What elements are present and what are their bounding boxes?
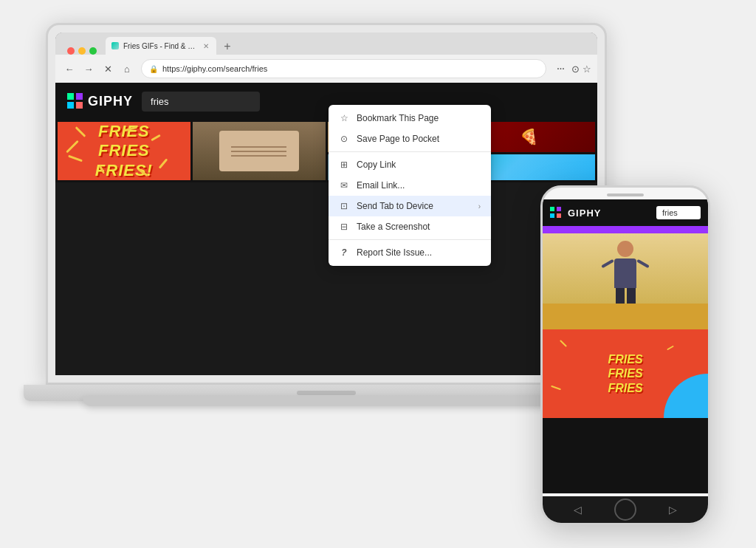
back-button[interactable]: ← <box>61 61 78 77</box>
giphy-logo-text: GIPHY <box>88 94 133 109</box>
phone-gif-fries-man <box>543 233 708 329</box>
man-arm-left <box>601 259 614 268</box>
menu-item-send-tab[interactable]: ⊡ Send Tab to Device › <box>329 196 491 216</box>
bookmark-button[interactable]: ☆ <box>583 64 591 75</box>
phone-nav-menu[interactable]: ▷ <box>669 504 677 516</box>
report-icon: ? <box>339 247 349 258</box>
reload-button[interactable]: ✕ <box>100 61 116 77</box>
copy-link-icon: ⊞ <box>339 160 349 170</box>
box-line-3 <box>231 155 286 157</box>
giphy-icon-tl <box>67 93 74 100</box>
browser-nav-bar: ← → ✕ ⌂ 🔒 https://giphy.com/search/fries… <box>55 55 597 83</box>
fries-word-2: FRIES <box>95 141 153 160</box>
phone-icon-br <box>557 213 561 218</box>
new-tab-button[interactable]: + <box>219 38 236 55</box>
laptop-stand <box>83 396 570 406</box>
menu-item-pocket[interactable]: ⊙ Save Page to Pocket <box>329 129 491 149</box>
phone-giphy-text: GIPHY <box>568 208 601 219</box>
fries-word-1: FRIES <box>95 122 153 141</box>
menu-item-screenshot[interactable]: ⊟ Take a Screenshot <box>329 216 491 237</box>
ssl-icon: 🔒 <box>149 65 158 73</box>
tab-favicon <box>111 42 119 49</box>
menu-item-bookmark[interactable]: ☆ Bookmark This Page <box>329 108 491 129</box>
phone-fries-word-1: FRIES <box>608 352 642 366</box>
copy-link-label: Copy Link <box>357 160 396 170</box>
phone-search-text: fries <box>662 208 678 217</box>
browser-tabs-bar: Fries GIFs - Find & Share on Gi... ✕ + <box>55 32 597 55</box>
phone-home-button[interactable] <box>614 499 636 521</box>
pocket-menu-icon: ⊙ <box>339 134 349 144</box>
report-label: Report Site Issue... <box>357 247 432 258</box>
phone-gif-fries-text: FRIES FRIES FRIES <box>543 329 708 418</box>
phone-icon-tl <box>550 207 554 211</box>
giphy-header: GIPHY <box>55 83 597 120</box>
phone-icon-tr <box>557 207 561 211</box>
giphy-icon-tr <box>76 93 83 100</box>
menu-separator-2 <box>329 239 491 240</box>
phone-fries-word-2: FRIES <box>608 366 642 380</box>
man-arm-right <box>636 259 650 268</box>
url-text: https://giphy.com/search/fries <box>162 64 538 73</box>
email-link-label: Email Link... <box>357 180 405 191</box>
laptop-body: Fries GIFs - Find & Share on Gi... ✕ + ←… <box>46 23 607 385</box>
browser-content: GIPHY <box>55 83 597 182</box>
phone-blue-corner <box>664 374 708 418</box>
forward-button[interactable]: → <box>80 61 97 77</box>
fries-text-gif: FRIES FRIES FRIES! <box>95 122 153 180</box>
giphy-logo: GIPHY <box>67 93 133 109</box>
giphy-icon <box>67 93 83 109</box>
home-button[interactable]: ⌂ <box>119 61 135 77</box>
giphy-icon-br <box>76 102 83 109</box>
gif-cell-fries-text: FRIES FRIES FRIES! <box>58 122 190 180</box>
menu-item-report[interactable]: ? Report Site Issue... <box>329 242 491 263</box>
giphy-search-input[interactable] <box>142 92 260 112</box>
menu-item-email-link[interactable]: ✉ Email Link... <box>329 175 491 196</box>
pocket-button[interactable]: ⊙ <box>571 64 580 75</box>
fries-word-3: FRIES! <box>95 161 153 180</box>
minimize-button[interactable] <box>78 47 86 55</box>
close-button[interactable] <box>67 47 75 55</box>
screenshot-label: Take a Screenshot <box>357 222 430 232</box>
pocket-label: Save Page to Pocket <box>357 134 439 144</box>
phone-bottom-bar: ◁ ▷ <box>543 496 708 523</box>
phone-giphy-header: GIPHY fries <box>543 199 708 226</box>
tab-close-button[interactable]: ✕ <box>202 41 210 50</box>
phone-fries-text: FRIES FRIES FRIES <box>608 352 642 395</box>
send-tab-icon: ⊡ <box>339 201 349 211</box>
giphy-icon-bl <box>67 102 74 109</box>
phone-fries-word-3: FRIES <box>608 381 642 395</box>
phone-purple-bar <box>543 226 708 233</box>
maximize-button[interactable] <box>89 47 97 55</box>
mobile-phone: GIPHY fries <box>540 185 710 525</box>
browser-tab-active[interactable]: Fries GIFs - Find & Share on Gi... ✕ <box>106 37 216 55</box>
laptop-screen-bezel: Fries GIFs - Find & Share on Gi... ✕ + ←… <box>55 32 597 375</box>
email-link-icon: ✉ <box>339 180 349 191</box>
bookmark-menu-icon: ☆ <box>339 113 349 123</box>
scene: Fries GIFs - Find & Share on Gi... ✕ + ←… <box>46 23 710 525</box>
tab-title: Fries GIFs - Find & Share on Gi... <box>123 42 197 50</box>
phone-giphy-icon <box>550 207 562 219</box>
phone-search-bar[interactable]: fries <box>656 206 701 219</box>
browser-chrome: Fries GIFs - Find & Share on Gi... ✕ + ←… <box>55 32 597 83</box>
send-tab-label: Send Tab to Device <box>357 201 433 211</box>
gif-cell-box <box>193 122 326 180</box>
phone-nav-back[interactable]: ◁ <box>574 504 582 516</box>
box-visual <box>219 131 299 171</box>
phone-screen: GIPHY fries <box>543 199 708 493</box>
menu-item-copy-link[interactable]: ⊞ Copy Link <box>329 154 491 175</box>
menu-button[interactable]: ··· <box>552 61 568 77</box>
laptop: Fries GIFs - Find & Share on Gi... ✕ + ←… <box>46 23 607 481</box>
screenshot-icon: ⊟ <box>339 222 349 232</box>
box-line <box>231 146 286 148</box>
phone-icon-bl <box>550 213 554 218</box>
menu-separator-1 <box>329 151 491 152</box>
fries-pile <box>543 304 708 329</box>
man-body <box>614 258 636 288</box>
fries-background <box>543 233 708 329</box>
sauce-emoji: 🍕 <box>520 128 538 145</box>
phone-speaker <box>607 193 644 196</box>
context-menu: ☆ Bookmark This Page ⊙ Save Page to Pock… <box>329 105 491 266</box>
gif-grid: FRIES FRIES FRIES! 🍟 <box>55 120 597 182</box>
address-bar[interactable]: 🔒 https://giphy.com/search/fries <box>141 59 546 78</box>
send-tab-arrow: › <box>478 202 481 210</box>
